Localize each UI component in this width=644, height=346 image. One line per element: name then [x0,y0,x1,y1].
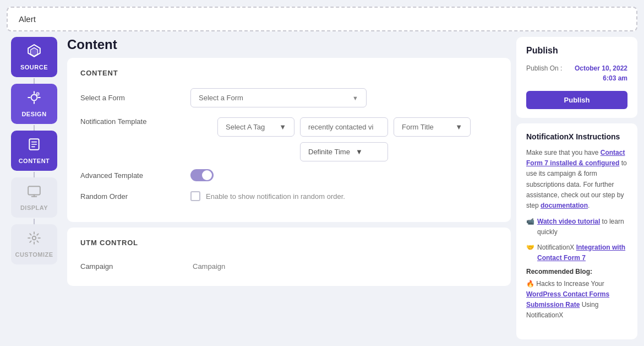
publish-panel: Publish Publish On : October 10, 20226:0… [516,37,637,118]
blog-item: 🔥 Hacks to Increase Your WordPress Conta… [526,279,627,321]
tag-value: Select A Tag [226,123,265,131]
content-section-title: CONTENT [80,69,498,77]
toggle-controls [190,169,498,181]
campaign-row: Campaign [80,258,498,275]
publish-title: Publish [526,46,627,56]
publish-button[interactable]: Publish [526,91,627,109]
random-order-checkbox[interactable] [190,191,200,201]
svg-rect-8 [28,186,40,194]
recently-contacted-text: recently contacted vi [300,117,388,137]
definite-time-dropdown[interactable]: Definite Time ▼ [300,142,388,161]
integration-item: 🤝 NotificationX Integration with Contact… [526,242,627,263]
recommended-label: Recommended Blog: [526,268,627,275]
alert-text: Alert [19,14,36,24]
definite-time-value: Definite Time [308,148,350,156]
template-controls: Select A Tag ▼ recently contacted vi For… [190,117,498,161]
campaign-input[interactable] [190,258,323,275]
design-icon [27,90,41,108]
random-order-help-text: Enable to show notification in random or… [206,192,345,201]
connector-1 [34,78,35,84]
center-content: Content CONTENT Select a Form Select a F… [67,37,511,339]
advanced-template-label: Advanced Template [80,171,190,180]
form-title-value: Form Title [402,123,434,131]
content-panel: CONTENT Select a Form Select a Form ▼ No… [67,58,511,222]
chevron-down-icon-form: ▼ [455,123,462,131]
select-form-label: Select a Form [80,94,190,102]
customize-label: CUSTOMIZE [15,251,53,258]
display-label: DISPLAY [20,204,48,211]
instructions-panel: NotificationX Instructions Make sure tha… [516,123,637,339]
template-line1: Select A Tag ▼ recently contacted vi For… [217,117,471,137]
random-order-label: Random Order [80,192,190,201]
svg-point-11 [32,236,36,240]
checkbox-controls: Enable to show notification in random or… [190,191,498,201]
content-icon [27,137,41,155]
instructions-intro: Make sure that you have [526,149,601,156]
sidebar: SOURCE DESIGN [7,37,62,339]
notification-template-label: Notification Template [80,117,190,126]
integration-emoji: 🤝 [526,242,534,253]
integration-link[interactable]: Integration with Contact Form 7 [537,244,625,262]
page-title: Content [67,37,511,52]
main-layout: SOURCE DESIGN [7,37,637,339]
publish-row: Publish On : October 10, 20226:03 am [526,63,627,83]
select-tag-dropdown[interactable]: Select A Tag ▼ [217,117,294,137]
sidebar-item-customize[interactable]: CUSTOMIZE [11,224,57,264]
content-label: CONTENT [19,158,50,164]
connector-2 [34,125,35,131]
source-icon [27,44,41,61]
select-form-dropdown[interactable]: Select a Form ▼ [190,88,367,107]
blog-link[interactable]: WordPress Contact Forms Submission Rate [526,290,609,309]
toggle-knob [202,170,212,180]
connector-4 [34,219,35,224]
select-form-value: Select a Form [199,94,243,102]
select-form-controls: Select a Form ▼ [190,88,498,107]
alert-bar: Alert [7,7,637,31]
sidebar-item-display[interactable]: DISPLAY [11,177,57,218]
source-label: SOURCE [20,64,48,71]
campaign-label: Campaign [80,262,190,271]
random-order-row: Random Order Enable to show notification… [80,191,498,201]
design-label: DESIGN [21,111,46,117]
right-sidebar: Publish Publish On : October 10, 20226:0… [516,37,637,339]
instructions-body: Make sure that you have Contact Form 7 i… [526,148,627,211]
svg-marker-1 [31,48,38,56]
notification-template-row: Notification Template Select A Tag ▼ rec… [80,117,498,161]
publish-on-label: Publish On : [526,64,562,72]
advanced-template-toggle[interactable] [190,169,214,181]
utm-panel: UTM CONTROL Campaign [67,228,511,286]
connector-3 [34,172,35,177]
documentation-link[interactable]: documentation [541,202,588,209]
customize-icon [27,231,41,248]
chevron-down-icon-tag: ▼ [279,123,286,131]
utm-section-title: UTM CONTROL [80,239,498,247]
sidebar-item-content[interactable]: CONTENT [11,131,57,171]
video-emoji: 📹 [526,217,534,227]
sidebar-item-source[interactable]: SOURCE [11,37,57,77]
svg-point-2 [31,95,37,101]
form-title-dropdown[interactable]: Form Title ▼ [394,117,471,137]
video-item: 📹 Watch video tutorial to learn quickly [526,217,627,237]
video-tutorial-link[interactable]: Watch video tutorial [537,218,600,225]
chevron-down-icon-time: ▼ [356,148,363,156]
publish-date: October 10, 20226:03 am [575,63,627,83]
checkbox-row: Enable to show notification in random or… [190,191,345,201]
chevron-down-icon: ▼ [352,95,358,101]
advanced-template-row: Advanced Template [80,169,498,181]
instructions-title: NotificationX Instructions [526,132,627,141]
sidebar-item-design[interactable]: DESIGN [11,84,57,124]
display-icon [27,184,41,202]
select-form-row: Select a Form Select a Form ▼ [80,88,498,107]
